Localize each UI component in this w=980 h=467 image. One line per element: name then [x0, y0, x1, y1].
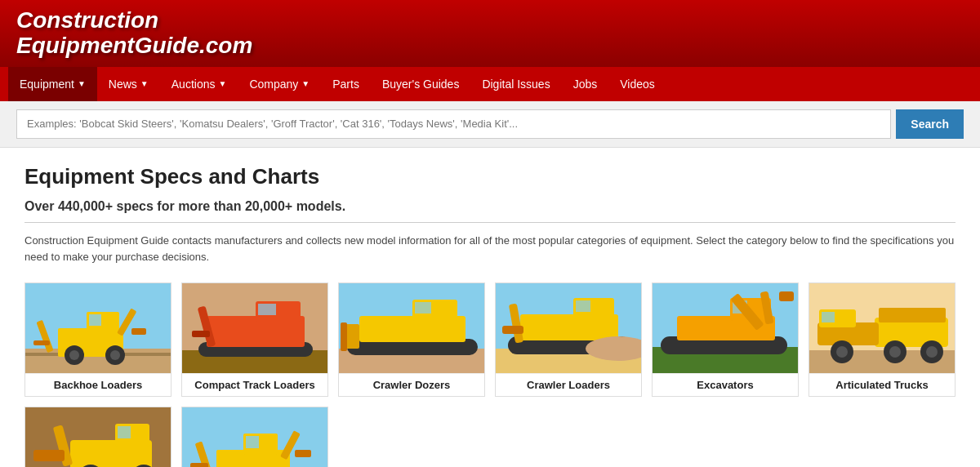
dropdown-arrow-icon: ▼ — [301, 79, 310, 88]
dropdown-arrow-icon: ▼ — [218, 79, 226, 88]
equipment-label-articulated-trucks: Articulated Trucks — [809, 373, 955, 396]
svg-rect-21 — [192, 331, 210, 337]
svg-rect-67 — [33, 450, 65, 461]
nav-item-news[interactable]: News ▼ — [97, 67, 160, 101]
svg-point-56 — [836, 346, 848, 358]
equipment-card-backhoe-loaders[interactable]: Backhoe Loaders — [24, 282, 172, 397]
equipment-label-crawler-dozers: Crawler Dozers — [339, 373, 484, 396]
nav-item-buyer-s-guides[interactable]: Buyer's Guides — [371, 67, 471, 101]
page-title: Equipment Specs and Charts — [24, 164, 956, 189]
svg-rect-76 — [246, 436, 259, 448]
search-button[interactable]: Search — [896, 109, 964, 139]
equipment-image-articulated-trucks — [809, 283, 956, 373]
nav-item-jobs[interactable]: Jobs — [562, 67, 609, 101]
equipment-card-compact-track-loaders[interactable]: Compact Track Loaders — [181, 282, 328, 397]
equipment-card-crawler-dozers[interactable]: Crawler Dozers — [338, 282, 485, 397]
nav-item-equipment[interactable]: Equipment ▼ — [8, 67, 97, 101]
equipment-image-compact-track-loaders — [182, 283, 328, 373]
svg-rect-5 — [89, 314, 101, 326]
svg-rect-52 — [879, 308, 946, 322]
main-nav: Equipment ▼News ▼Auctions ▼Company ▼Part… — [0, 67, 980, 101]
equipment-label-crawler-loaders: Crawler Loaders — [496, 373, 641, 396]
nav-item-auctions[interactable]: Auctions ▼ — [160, 67, 238, 101]
svg-rect-19 — [258, 304, 276, 315]
search-input[interactable] — [16, 109, 891, 139]
logo-line1: Construction — [16, 8, 252, 33]
svg-rect-80 — [295, 450, 311, 457]
svg-point-11 — [69, 350, 79, 360]
svg-rect-29 — [341, 322, 347, 351]
equipment-card-crawler-loaders[interactable]: Crawler Loaders — [495, 282, 642, 397]
page-description: Construction Equipment Guide contacts ma… — [24, 233, 956, 267]
nav-item-digital-issues[interactable]: Digital Issues — [470, 67, 561, 101]
nav-item-videos[interactable]: Videos — [608, 67, 666, 101]
svg-rect-78 — [190, 463, 208, 467]
equipment-card-wheel-loaders[interactable]: Wheel Loaders — [24, 407, 172, 467]
dropdown-arrow-icon: ▼ — [78, 79, 86, 88]
specs-subtitle: Over 440,000+ specs for more than 20,000… — [24, 199, 956, 214]
site-logo[interactable]: Construction EquipmentGuide.com — [16, 8, 252, 59]
search-bar: Search — [0, 101, 980, 148]
equipment-image-crawler-dozers — [339, 283, 485, 373]
equipment-card-backhoe-loaders2[interactable]: Backhoe Loaders — [181, 407, 328, 467]
svg-rect-27 — [415, 302, 431, 314]
nav-item-parts[interactable]: Parts — [321, 67, 371, 101]
equipment-image-backhoe-loaders — [25, 283, 172, 373]
site-header: Construction EquipmentGuide.com — [0, 0, 980, 67]
logo-line2: EquipmentGuide.com — [16, 33, 252, 59]
svg-rect-9 — [131, 328, 146, 335]
svg-point-13 — [110, 350, 120, 360]
svg-rect-65 — [118, 426, 131, 438]
svg-rect-7 — [33, 340, 50, 345]
nav-item-company[interactable]: Company ▼ — [238, 67, 321, 101]
equipment-card-articulated-trucks[interactable]: Articulated Trucks — [808, 282, 956, 397]
svg-rect-35 — [576, 300, 590, 312]
main-content: Equipment Specs and Charts Over 440,000+… — [0, 148, 980, 467]
section-divider — [24, 222, 956, 223]
equipment-image-backhoe-loaders2 — [182, 407, 328, 467]
equipment-image-wheel-loaders — [25, 407, 172, 467]
svg-rect-54 — [822, 312, 835, 322]
equipment-card-excavators[interactable]: Excavators — [652, 282, 799, 397]
svg-rect-37 — [502, 326, 523, 334]
equipment-image-crawler-loaders — [496, 283, 642, 373]
equipment-label-excavators: Excavators — [653, 373, 798, 396]
equipment-image-excavators — [653, 283, 799, 373]
svg-rect-47 — [779, 291, 794, 301]
equipment-grid: Backhoe Loaders Compact Track Loaders — [24, 282, 956, 467]
equipment-label-backhoe-loaders: Backhoe Loaders — [25, 373, 171, 396]
svg-point-60 — [926, 346, 938, 358]
svg-point-58 — [889, 346, 901, 358]
equipment-label-compact-track-loaders: Compact Track Loaders — [182, 373, 327, 396]
dropdown-arrow-icon: ▼ — [140, 79, 149, 88]
